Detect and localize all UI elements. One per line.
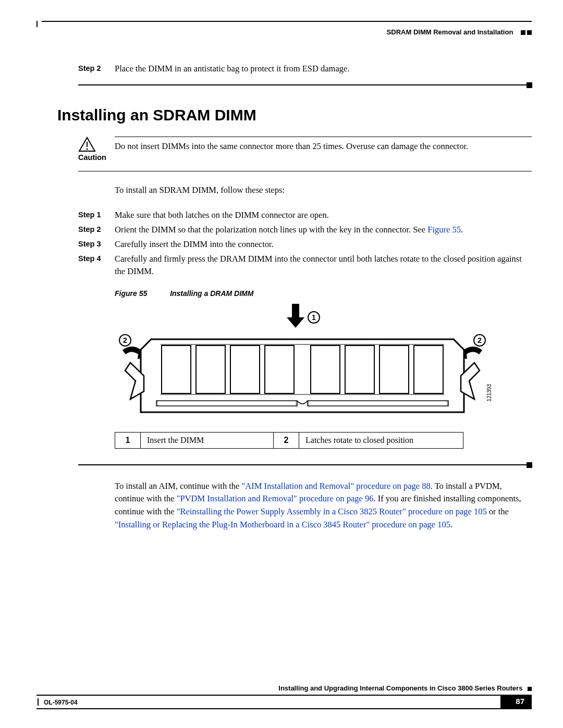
procedure-end-rule [78, 84, 532, 85]
svg-rect-13 [196, 346, 225, 393]
continue-text: or the [487, 507, 509, 516]
step-row: Step 3 Carefully insert the DIMM into th… [78, 238, 532, 251]
dimm-illustration: 1 2 2 [115, 303, 490, 423]
table-row: 1 Insert the DIMM 2 Latches rotate to cl… [115, 432, 463, 448]
callout-1: 1 [312, 313, 316, 322]
svg-rect-22 [156, 401, 297, 406]
caution-bottom-rule [78, 171, 532, 171]
running-header: SDRAM DIMM Removal and Installation [36, 28, 532, 36]
figure-label: Figure 55 [115, 289, 147, 298]
caution-label: Caution [78, 153, 115, 162]
page-footer: Installing and Upgrading Internal Compon… [36, 684, 532, 709]
top-rule [42, 21, 532, 22]
footer-ornament-icon [527, 685, 532, 693]
svg-rect-14 [230, 346, 260, 393]
svg-marker-4 [287, 317, 304, 328]
svg-point-2 [86, 148, 88, 150]
svg-rect-17 [345, 346, 374, 393]
caution-icon-column: Caution [78, 137, 115, 162]
figure-caption: Figure 55 Installing a DRAM DIMM [115, 289, 532, 298]
svg-rect-18 [380, 346, 409, 393]
caution-text: Do not insert DIMMs into the same connec… [115, 137, 532, 152]
footer-doc-number: OL-5975-04 [44, 699, 78, 706]
prev-step-row: Step 2 Place the DIMM in an antistatic b… [78, 63, 532, 75]
step-text-pre: Orient the DIMM so that the polarization… [115, 225, 427, 235]
xref-link-aim[interactable]: "AIM Installation and Removal" procedure… [242, 481, 431, 491]
footer-bar: OL-5975-04 87 [36, 695, 532, 709]
step-text: Make sure that both latches on the DIMM … [115, 209, 532, 221]
callout-2-right: 2 [478, 336, 482, 344]
figure-art-number: 121393 [486, 384, 492, 401]
continue-text: To install an AIM, continue with the [115, 481, 242, 491]
svg-rect-16 [311, 346, 340, 393]
step-text-post: . [461, 225, 463, 235]
xref-link-psu-3825[interactable]: "Reinstalling the Power Supply Assembly … [177, 507, 487, 516]
step-label: Step 4 [78, 253, 115, 278]
legend-num: 1 [115, 432, 141, 448]
footer-book-title: Installing and Upgrading Internal Compon… [36, 684, 532, 693]
xref-link-motherboard-3845[interactable]: "Installing or Replacing the Plug-In Mot… [115, 520, 450, 529]
section-end-rule [78, 464, 532, 465]
running-header-text: SDRAM DIMM Removal and Installation [387, 28, 513, 36]
step-text: Orient the DIMM so that the polarization… [115, 224, 532, 236]
svg-rect-15 [265, 346, 294, 393]
step-row: Step 2 Orient the DIMM so that the polar… [78, 224, 532, 236]
page: SDRAM DIMM Removal and Installation Step… [0, 0, 563, 728]
figure: 1 2 2 [115, 303, 490, 423]
step-label: Step 3 [78, 238, 115, 251]
caution-block: Caution Do not insert DIMMs into the sam… [78, 137, 532, 162]
figure-title: Installing a DRAM DIMM [170, 289, 253, 298]
svg-rect-12 [162, 346, 191, 393]
section-heading: Installing an SDRAM DIMM [57, 106, 532, 124]
step-row: Step 4 Carefully and firmly press the DR… [78, 253, 532, 278]
step-label: Step 2 [78, 63, 115, 75]
figure-legend-table: 1 Insert the DIMM 2 Latches rotate to cl… [115, 432, 463, 449]
figure-xref-link[interactable]: Figure 55 [427, 225, 461, 235]
svg-rect-19 [414, 346, 443, 393]
step-row: Step 1 Make sure that both latches on th… [78, 209, 532, 221]
svg-rect-23 [308, 401, 448, 406]
legend-text: Insert the DIMM [141, 432, 274, 448]
header-ornament-icon [519, 29, 532, 36]
callout-2-left: 2 [123, 336, 127, 344]
continue-text: . [450, 520, 452, 529]
intro-text: To install an SDRAM DIMM, follow these s… [115, 185, 532, 195]
caution-triangle-icon [78, 137, 96, 152]
footer-page-number: 87 [516, 697, 524, 706]
legend-text: Latches rotate to closed position [299, 432, 463, 448]
svg-rect-3 [292, 304, 299, 317]
xref-link-pvdm[interactable]: "PVDM Installation and Removal" procedur… [177, 493, 374, 503]
footer-bar-inner: OL-5975-04 [36, 695, 500, 709]
legend-num: 2 [274, 432, 299, 448]
step-label: Step 1 [78, 209, 115, 221]
step-text: Place the DIMM in an antistatic bag to p… [115, 63, 532, 75]
continuation-paragraph: To install an AIM, continue with the "AI… [115, 480, 532, 532]
step-text: Carefully insert the DIMM into the conne… [115, 238, 532, 251]
step-label: Step 2 [78, 224, 115, 236]
step-text: Carefully and firmly press the DRAM DIMM… [115, 253, 532, 278]
